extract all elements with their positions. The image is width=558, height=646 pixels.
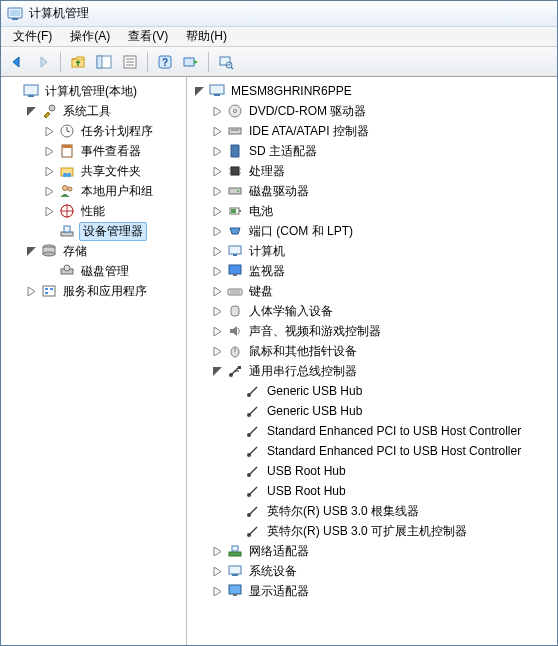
device-usb-controllers[interactable]: 通用串行总线控制器 xyxy=(189,361,555,381)
svg-rect-91 xyxy=(232,546,238,551)
no-children-icon xyxy=(229,525,241,537)
device-usb-item[interactable]: 英特尔(R) USB 3.0 可扩展主机控制器 xyxy=(189,521,555,541)
tree-storage[interactable]: 存储 xyxy=(3,241,184,261)
collapse-icon[interactable] xyxy=(25,245,37,257)
expand-icon[interactable] xyxy=(211,265,223,277)
expand-icon[interactable] xyxy=(211,245,223,257)
up-button[interactable] xyxy=(66,50,90,74)
expand-icon[interactable] xyxy=(43,205,55,217)
device-monitor[interactable]: 监视器 xyxy=(189,261,555,281)
collapse-icon[interactable] xyxy=(211,365,223,377)
computer-icon xyxy=(209,83,225,99)
device-battery[interactable]: 电池 xyxy=(189,201,555,221)
tree-label: 共享文件夹 xyxy=(79,163,143,180)
expand-icon[interactable] xyxy=(43,185,55,197)
device-usb-item[interactable]: Standard Enhanced PCI to USB Host Contro… xyxy=(189,441,555,461)
device-sound[interactable]: 声音、视频和游戏控制器 xyxy=(189,321,555,341)
system-icon xyxy=(227,563,243,579)
expand-icon[interactable] xyxy=(7,85,19,97)
expand-icon[interactable] xyxy=(211,225,223,237)
event-icon xyxy=(59,143,75,159)
tree-local-users[interactable]: 本地用户和组 xyxy=(3,181,184,201)
expand-icon[interactable] xyxy=(211,205,223,217)
svg-rect-33 xyxy=(61,232,73,236)
collapse-icon[interactable] xyxy=(25,105,37,117)
device-system[interactable]: 系统设备 xyxy=(189,561,555,581)
disk-icon xyxy=(59,263,75,279)
device-sd[interactable]: SD 主适配器 xyxy=(189,141,555,161)
expand-icon[interactable] xyxy=(43,125,55,137)
device-display[interactable]: 显示适配器 xyxy=(189,581,555,601)
expand-icon[interactable] xyxy=(211,105,223,117)
expand-icon[interactable] xyxy=(43,165,55,177)
tree-device-manager[interactable]: 设备管理器 xyxy=(3,221,184,241)
device-usb-item[interactable]: 英特尔(R) USB 3.0 根集线器 xyxy=(189,501,555,521)
expand-icon[interactable] xyxy=(211,585,223,597)
device-dvd[interactable]: DVD/CD-ROM 驱动器 xyxy=(189,101,555,121)
tree-disk-management[interactable]: 磁盘管理 xyxy=(3,261,184,281)
menu-file[interactable]: 文件(F) xyxy=(5,27,60,46)
expand-icon[interactable] xyxy=(211,145,223,157)
toolbar: ? xyxy=(1,47,557,77)
expand-icon[interactable] xyxy=(211,325,223,337)
svg-rect-17 xyxy=(28,95,34,97)
window-title: 计算机管理 xyxy=(29,5,89,22)
svg-rect-93 xyxy=(232,574,238,576)
tree-performance[interactable]: 性能 xyxy=(3,201,184,221)
expand-icon[interactable] xyxy=(25,285,37,297)
svg-line-89 xyxy=(249,527,257,535)
device-ide[interactable]: IDE ATA/ATAPI 控制器 xyxy=(189,121,555,141)
expand-icon[interactable] xyxy=(211,545,223,557)
svg-rect-12 xyxy=(184,58,194,66)
expand-icon[interactable] xyxy=(211,305,223,317)
menu-view[interactable]: 查看(V) xyxy=(120,27,176,46)
toolbar-separator xyxy=(208,52,209,72)
expand-icon[interactable] xyxy=(211,165,223,177)
device-usb-item[interactable]: USB Root Hub xyxy=(189,481,555,501)
device-usb-item[interactable]: USB Root Hub xyxy=(189,461,555,481)
menu-help[interactable]: 帮助(H) xyxy=(178,27,235,46)
device-disk-drives[interactable]: 磁盘驱动器 xyxy=(189,181,555,201)
help-button[interactable]: ? xyxy=(153,50,177,74)
expand-icon[interactable] xyxy=(211,285,223,297)
svg-rect-63 xyxy=(233,274,237,276)
shared-folder-icon xyxy=(59,163,75,179)
properties-button[interactable] xyxy=(118,50,142,74)
tree-task-scheduler[interactable]: 任务计划程序 xyxy=(3,121,184,141)
device-computer-category[interactable]: 计算机 xyxy=(189,241,555,261)
tree-event-viewer[interactable]: 事件查看器 xyxy=(3,141,184,161)
show-hide-tree-button[interactable] xyxy=(92,50,116,74)
device-usb-item[interactable]: Standard Enhanced PCI to USB Host Contro… xyxy=(189,421,555,441)
device-mouse[interactable]: 鼠标和其他指针设备 xyxy=(189,341,555,361)
tree-services-apps[interactable]: 服务和应用程序 xyxy=(3,281,184,301)
device-usb-item[interactable]: Generic USB Hub xyxy=(189,381,555,401)
tree-shared-folders[interactable]: 共享文件夹 xyxy=(3,161,184,181)
tree-label: 人体学输入设备 xyxy=(247,303,335,320)
forward-button[interactable] xyxy=(31,50,55,74)
device-network[interactable]: 网络适配器 xyxy=(189,541,555,561)
tree-label: 端口 (COM 和 LPT) xyxy=(247,223,355,240)
no-children-icon xyxy=(229,465,241,477)
device-root-computer[interactable]: MESM8GHRINR6PPE xyxy=(189,81,555,101)
device-processor[interactable]: 处理器 xyxy=(189,161,555,181)
device-ports[interactable]: 端口 (COM 和 LPT) xyxy=(189,221,555,241)
expand-icon[interactable] xyxy=(43,145,55,157)
svg-line-85 xyxy=(249,487,257,495)
expand-icon[interactable] xyxy=(211,185,223,197)
tree-root-computer-management[interactable]: 计算机管理(本地) xyxy=(3,81,184,101)
device-hid[interactable]: 人体学输入设备 xyxy=(189,301,555,321)
no-children-icon xyxy=(43,265,55,277)
scan-hardware-button[interactable] xyxy=(214,50,238,74)
tree-system-tools[interactable]: 系统工具 xyxy=(3,101,184,121)
action-button[interactable] xyxy=(179,50,203,74)
back-button[interactable] xyxy=(5,50,29,74)
expand-icon[interactable] xyxy=(211,345,223,357)
expand-icon[interactable] xyxy=(211,125,223,137)
device-keyboard[interactable]: 键盘 xyxy=(189,281,555,301)
no-children-icon xyxy=(229,505,241,517)
device-usb-item[interactable]: Generic USB Hub xyxy=(189,401,555,421)
menu-action[interactable]: 操作(A) xyxy=(62,27,118,46)
collapse-icon[interactable] xyxy=(193,85,205,97)
tree-label: 电池 xyxy=(247,203,275,220)
expand-icon[interactable] xyxy=(211,565,223,577)
